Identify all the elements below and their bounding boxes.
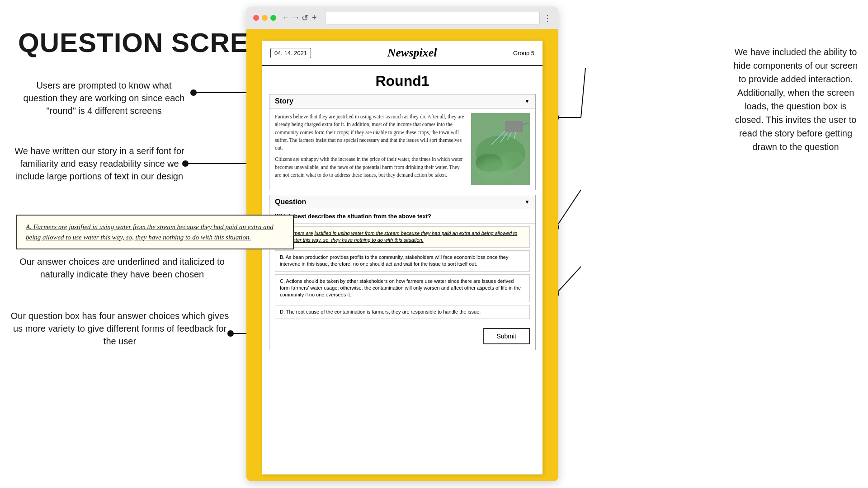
- traffic-light-yellow[interactable]: [262, 15, 268, 21]
- story-paragraph-1: Farmers believe that they are justified …: [275, 113, 467, 152]
- question-section-label: Question: [275, 198, 306, 206]
- traffic-light-red[interactable]: [253, 15, 259, 21]
- question-collapse-arrow[interactable]: ▼: [524, 199, 530, 206]
- question-text: Which best describes the situation from …: [269, 209, 535, 224]
- new-tab-button[interactable]: +: [312, 13, 317, 23]
- browser-toolbar: ← → ↺ + ⋮: [246, 7, 558, 29]
- story-content: Farmers believe that they are justified …: [269, 108, 535, 190]
- svg-point-21: [500, 151, 523, 165]
- story-section: Story ▼ Farmers believe that they are ju…: [269, 94, 536, 190]
- round-title: Round1: [262, 66, 542, 94]
- annotation-round: Users are prompted to know what question…: [18, 79, 190, 117]
- browser-menu-button[interactable]: ⋮: [543, 13, 552, 23]
- nav-back-button[interactable]: ←: [282, 13, 290, 23]
- selected-answer-box: A. Farmers are justified in using water …: [16, 215, 294, 249]
- annotation-underline: Our answer choices are underlined and it…: [14, 255, 231, 281]
- question-section-header[interactable]: Question ▼: [269, 195, 535, 209]
- story-text: Farmers believe that they are justified …: [275, 113, 467, 185]
- annotation-right-interaction: We have included the ability to hide com…: [732, 45, 859, 154]
- question-section: Question ▼ Which best describes the situ…: [269, 195, 536, 350]
- address-bar[interactable]: [325, 12, 540, 24]
- submit-button[interactable]: Submit: [483, 328, 530, 344]
- traffic-lights: [253, 15, 276, 21]
- answer-choice-d[interactable]: D. The root cause of the contamination i…: [275, 305, 530, 319]
- annotation-serif: We have written our story in a serif fon…: [9, 145, 190, 183]
- nav-forward-button[interactable]: →: [292, 13, 300, 23]
- news-date: 04. 14. 2021: [270, 48, 311, 58]
- story-paragraph-2: Citizens are unhappy with the increase i…: [275, 155, 467, 179]
- news-group: Group 5: [513, 50, 534, 56]
- svg-rect-26: [505, 121, 523, 132]
- browser-content: 04. 14. 2021 Newspixel Group 5 Round1 St…: [246, 29, 558, 481]
- newspaper-header: 04. 14. 2021 Newspixel Group 5: [262, 41, 542, 66]
- answer-choices: A. Farmers are justified in using water …: [269, 224, 535, 324]
- news-title: Newspixel: [387, 46, 437, 60]
- answer-choice-b[interactable]: B. As bean production provides profits t…: [275, 250, 530, 272]
- nav-refresh-button[interactable]: ↺: [302, 13, 308, 23]
- annotation-choices: Our question box has four answer choices…: [9, 310, 231, 347]
- story-section-header[interactable]: Story ▼: [269, 94, 535, 108]
- submit-row: Submit: [269, 324, 535, 350]
- story-image-svg: [471, 113, 530, 185]
- svg-line-13: [581, 68, 585, 117]
- svg-line-16: [556, 267, 581, 294]
- answer-choice-c[interactable]: C. Actions should be taken by other stak…: [275, 274, 530, 302]
- svg-point-20: [476, 154, 503, 172]
- traffic-light-green[interactable]: [270, 15, 276, 21]
- selected-answer-text: A. Farmers are justified in using water …: [26, 223, 274, 241]
- newspaper: 04. 14. 2021 Newspixel Group 5 Round1 St…: [262, 41, 542, 474]
- story-collapse-arrow[interactable]: ▼: [524, 98, 530, 105]
- story-image: [471, 113, 530, 185]
- answer-choice-a[interactable]: A. Farmers are justified in using water …: [275, 226, 530, 248]
- story-section-label: Story: [275, 97, 293, 105]
- svg-point-1: [190, 89, 197, 96]
- svg-line-14: [556, 190, 581, 227]
